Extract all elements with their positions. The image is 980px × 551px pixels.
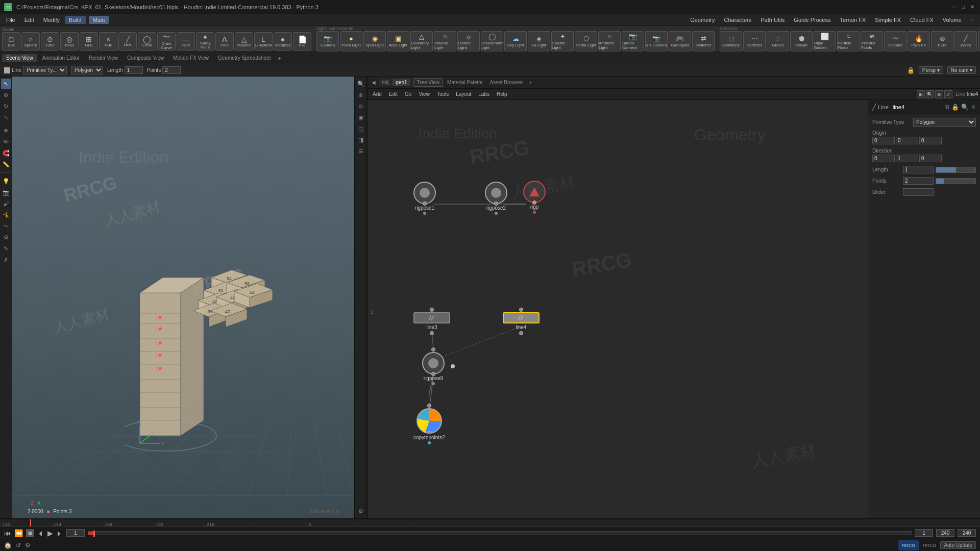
props-origin-z[interactable] (919, 137, 942, 144)
vp-paint-tool[interactable]: 🖌 (1, 198, 11, 209)
shelf-file[interactable]: 📄File (293, 32, 311, 51)
ne-menu-layout[interactable]: Layout (453, 90, 474, 98)
shelf-box[interactable]: □Box (2, 32, 20, 51)
shelf-spray-paint[interactable]: ✦Spray Paint (196, 32, 214, 51)
node-line3[interactable]: ╱╱ line3 (413, 310, 450, 335)
props-points-slider[interactable] (936, 178, 976, 184)
shelf-area-light[interactable]: ▣Area Light (387, 31, 409, 52)
ne-material-palette[interactable]: Material Palette (444, 79, 485, 86)
vp-curve-tool[interactable]: 〜 (1, 221, 11, 231)
shelf-crowds[interactable]: 👥Crowds (978, 31, 980, 52)
shelf-sphere[interactable]: ○Sphere (21, 32, 40, 51)
vp-sculpt-tool[interactable]: ⚙ (1, 232, 11, 242)
shelf-camera[interactable]: 📷Camera (316, 31, 339, 52)
vp-delete-tool[interactable]: ✗ (1, 255, 11, 265)
ne-icon-fit[interactable]: ⤢ (944, 90, 952, 98)
vp-snap-tool[interactable]: 🧲 (1, 148, 11, 158)
props-primtype-select[interactable]: Polygon (913, 118, 976, 127)
shelf-path[interactable]: —Path (177, 32, 195, 51)
shelf-fem[interactable]: ⊗FEM (931, 31, 953, 52)
playbar-track[interactable] (88, 531, 912, 535)
ne-tree-view[interactable]: Tree View (413, 78, 443, 87)
shelf-grid[interactable]: ⊞Grid (80, 32, 98, 51)
sub-prim-dropdown[interactable]: Primitive Ty... (23, 66, 67, 74)
tc-stop[interactable]: ■ (26, 529, 34, 537)
node-rigpose1[interactable]: rigpose1 (413, 182, 436, 215)
tab-plus[interactable]: + (276, 55, 283, 61)
sub-points-input[interactable] (162, 66, 181, 74)
sub-lock-icon[interactable]: 🔒 (907, 67, 915, 74)
tc-play[interactable]: ▶ (47, 529, 53, 537)
ne-obj-path[interactable]: obj (379, 79, 391, 86)
shelf-spot-light[interactable]: ◉Spot Light (363, 31, 386, 52)
ne-asset-browser[interactable]: Asset Browser (487, 79, 526, 86)
shelf-font[interactable]: AFont (215, 32, 234, 51)
shelf-env-light[interactable]: ◯Environment Light (481, 31, 503, 52)
shelf-stereo-cam[interactable]: 📷Stereo Camera (622, 31, 644, 52)
maximize-button[interactable]: □ (960, 4, 967, 11)
ne-icon-search[interactable]: ⊕ (935, 90, 943, 98)
vp-measure-tool[interactable]: 📏 (1, 159, 11, 169)
menu-main[interactable]: Main (89, 16, 109, 24)
tc-frame-end[interactable] (936, 529, 954, 537)
shelf-particle-fluids[interactable]: ≈Particle Fluids (837, 31, 860, 52)
node-rigpose2[interactable]: rigpose2 (485, 182, 507, 215)
props-dir-y[interactable] (896, 155, 918, 162)
vp-select-tool[interactable]: ↖ (1, 79, 11, 89)
shelf-sky-light[interactable]: ☁Sky Light (504, 31, 527, 52)
tc-frame-end2[interactable] (958, 529, 976, 537)
tc-first-frame[interactable]: ⏮ (4, 529, 11, 537)
vp-right-icon-2[interactable]: ⊕ (356, 90, 366, 100)
menu-simplefx[interactable]: Simple FX (871, 16, 905, 24)
ne-path-btn[interactable]: ◀ (370, 79, 378, 86)
window-controls[interactable]: ─ □ ✕ (950, 4, 976, 11)
menu-plus[interactable]: + (967, 16, 978, 24)
vp-pose-tool[interactable]: 🤸 (1, 210, 11, 220)
shelf-line[interactable]: ╱Line (118, 32, 137, 51)
menu-volume[interactable]: Volume (939, 16, 966, 24)
menu-build[interactable]: Build (65, 16, 85, 24)
sub-cam-selector[interactable]: No cam ▾ (947, 66, 976, 74)
shelf-draw-curve[interactable]: 〜Draw Curve (157, 32, 176, 51)
tab-scene-view[interactable]: Scene View (2, 54, 37, 62)
viewport[interactable]: RRCG 人人素材 RRCG 人人素材 Indie Edition (12, 77, 354, 518)
props-origin-y[interactable] (896, 137, 918, 144)
vp-view-tool[interactable]: 👁 (1, 137, 11, 147)
node-rigp[interactable]: rigp (523, 181, 546, 214)
vp-right-icon-1[interactable]: 🔍 (356, 79, 366, 89)
shelf-platonic[interactable]: △Platonic (235, 32, 253, 51)
status-icon-2[interactable]: ↺ (16, 542, 21, 549)
shelf-wires[interactable]: ╱Wires (954, 31, 977, 52)
tc-next-keyframe[interactable]: ⏵ (56, 529, 63, 537)
shelf-switcher[interactable]: ⇄Switcher (692, 31, 715, 52)
shelf-caustic-light[interactable]: ✦Caustic Light (551, 31, 574, 52)
shelf-null[interactable]: ×Null (99, 32, 117, 51)
ne-icon-layout[interactable]: ⊞ (917, 90, 925, 98)
ne-menu-go[interactable]: Go (402, 90, 414, 98)
ne-menu-edit[interactable]: Edit (386, 90, 401, 98)
shelf-metaball[interactable]: ●Metaball (274, 32, 292, 51)
props-length-input[interactable] (903, 166, 934, 173)
node-rigpose9[interactable]: rigpose9 (422, 350, 445, 385)
props-points-input[interactable] (903, 177, 934, 185)
shelf-circle[interactable]: ◯Circle (138, 32, 156, 51)
ne-tab-plus[interactable]: + (527, 80, 534, 86)
vp-right-icon-7[interactable]: ☰ (356, 146, 366, 156)
status-icon-1[interactable]: 🏠 (4, 542, 12, 549)
shelf-grains[interactable]: ·:·Grains (767, 31, 789, 52)
shelf-gi-light[interactable]: ◈GI Light (528, 31, 550, 52)
vp-cam-tool[interactable]: 📷 (1, 187, 11, 197)
shelf-viscous-fluids[interactable]: ≋Viscous Fluids (861, 31, 883, 52)
shelf-tube[interactable]: ⊙Tube (41, 32, 59, 51)
menu-geometry[interactable]: Geometry (686, 16, 719, 24)
props-order-input[interactable] (903, 188, 934, 196)
props-origin-x[interactable] (872, 137, 895, 144)
sub-view-selector[interactable]: Persp ▾ (919, 66, 943, 74)
shelf-oceans[interactable]: 〰Oceans (884, 31, 906, 52)
tab-animation-editor[interactable]: Animation Editor (38, 54, 84, 62)
tc-prev-frame[interactable]: ⏪ (14, 529, 23, 537)
shelf-ambient-light[interactable]: ○Ambient Light (598, 31, 621, 52)
node-editor-canvas[interactable]: RRCG 人人素材 Geometry Indie Edition RRCG 人人… (368, 100, 868, 518)
vp-edit-tool[interactable]: ✎ (1, 243, 11, 254)
menu-modify[interactable]: Modify (39, 16, 64, 24)
